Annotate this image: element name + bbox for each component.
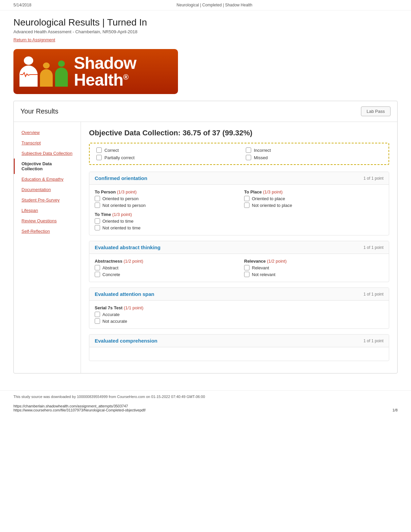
label-accurate: Accurate: [102, 312, 120, 317]
correct-checkbox: [96, 147, 102, 153]
shadow-health-logo: Shadow Health®: [13, 49, 178, 94]
brand-text: Shadow Health®: [74, 55, 170, 88]
section-comprehension: Evaluated comprehension 1 of 1 point: [89, 334, 389, 361]
section-title-comprehension: Evaluated comprehension: [95, 338, 157, 344]
cb-not-accurate: [95, 318, 100, 324]
section-score-orientation: 1 of 1 point: [364, 176, 383, 181]
section-header-attention: Evaluated attention span 1 of 1 point: [89, 288, 389, 301]
results-body: Overview Transcript Subjective Data Coll…: [14, 122, 397, 373]
sidebar-item-overview[interactable]: Overview: [14, 127, 81, 138]
results-card-title: Your Results: [20, 107, 58, 115]
section-body-orientation: To Person (1/3 point) Oriented to person…: [89, 185, 389, 235]
option-not-relevant: Not relevant: [244, 272, 383, 277]
legend-incorrect: Incorrect: [246, 147, 382, 153]
missed-label: Missed: [254, 155, 268, 160]
footer-bar: This study source was downloaded by 1000…: [0, 390, 411, 403]
cb-concrete: [95, 272, 100, 277]
option-oriented-person: Oriented to person: [95, 196, 234, 201]
section-attention-span: Evaluated attention span 1 of 1 point Se…: [89, 287, 389, 329]
label-oriented-place: Oriented to place: [252, 196, 285, 201]
sidebar-item-documentation[interactable]: Documentation: [14, 184, 81, 195]
sidebar-item-lifespan[interactable]: Lifespan: [14, 205, 81, 216]
footer-url2: https://www.coursehero.com/file/31107973…: [13, 408, 146, 412]
footer-url1: https://chamberlain.shadowhealth.com/ass…: [13, 404, 398, 408]
page-title-topbar: Neurological | Completed | Shadow Health: [177, 3, 253, 7]
sidebar-item-self-reflection[interactable]: Self-Reflection: [14, 226, 81, 236]
group-title-relevance: Relevance (1/2 point): [244, 259, 383, 264]
option-not-oriented-place: Not oriented to place: [244, 203, 383, 208]
cb-relevant: [244, 265, 249, 270]
option-not-oriented-time: Not oriented to time: [95, 225, 383, 230]
content-area: Objective Data Collection: 36.75 of 37 (…: [81, 122, 397, 373]
section-score-comprehension: 1 of 1 point: [364, 339, 383, 343]
lab-pass-button[interactable]: Lab Pass: [361, 106, 391, 116]
section-title-orientation: Confirmed orientation: [95, 175, 147, 181]
results-card: Your Results Lab Pass Overview Transcrip…: [13, 101, 398, 373]
sidebar-item-objective[interactable]: Objective Data Collection: [14, 159, 81, 174]
section-score-abstract: 1 of 1 point: [364, 245, 383, 250]
section-main-title: Objective Data Collection: 36.75 of 37 (…: [89, 129, 389, 137]
label-oriented-time: Oriented to time: [102, 219, 134, 224]
footer-links: https://chamberlain.shadowhealth.com/ass…: [0, 403, 411, 413]
group-title-to-time: To Time (1/3 point): [95, 212, 383, 217]
option-not-oriented-person: Not oriented to person: [95, 203, 234, 208]
section-title-abstract: Evaluated abstract thinking: [95, 245, 161, 250]
option-accurate: Accurate: [95, 312, 383, 317]
point-label-place: (1/3 point): [263, 189, 283, 194]
footer-bottom-row: https://www.coursehero.com/file/31107973…: [13, 408, 398, 412]
brand-name: Shadow Health®: [74, 55, 170, 88]
legend-missed: Missed: [246, 155, 382, 160]
sidebar-item-review[interactable]: Review Questions: [14, 216, 81, 226]
legend-box: Correct Incorrect Partially correct Miss…: [89, 143, 389, 165]
label-not-accurate: Not accurate: [102, 319, 127, 324]
option-concrete: Concrete: [95, 272, 234, 277]
option-relevant: Relevant: [244, 265, 383, 270]
group-relevance: Relevance (1/2 point) Relevant Not relev…: [244, 259, 383, 277]
cb-oriented-time: [95, 218, 100, 224]
sidebar-item-pre-survey[interactable]: Student Pre-Survey: [14, 195, 81, 205]
sidebar-item-transcript[interactable]: Transcript: [14, 138, 81, 148]
logo-figures: [19, 56, 68, 87]
section-header-comprehension: Evaluated comprehension 1 of 1 point: [89, 335, 389, 347]
label-relevant: Relevant: [252, 265, 269, 270]
group-to-person: To Person (1/3 point) Oriented to person…: [95, 189, 234, 208]
sidebar-item-subjective[interactable]: Subjective Data Collection: [14, 148, 81, 159]
results-card-header: Your Results Lab Pass: [14, 101, 397, 122]
sidebar-item-education[interactable]: Education & Empathy: [14, 174, 81, 184]
page-title: Neurological Results | Turned In: [13, 17, 398, 28]
section-body-abstract: Abstractness (1/2 point) Abstract Concre…: [89, 254, 389, 282]
logo-area: Shadow Health®: [0, 46, 411, 101]
group-to-time: To Time (1/3 point) Oriented to time Not…: [95, 212, 383, 230]
section-abstract-thinking: Evaluated abstract thinking 1 of 1 point…: [89, 241, 389, 282]
cb-oriented-place: [244, 196, 249, 201]
correct-label: Correct: [104, 148, 119, 153]
section-confirmed-orientation: Confirmed orientation 1 of 1 point To Pe…: [89, 172, 389, 235]
label-abstract: Abstract: [102, 265, 119, 270]
point-label-serial7: (1/1 point): [124, 305, 143, 310]
section-body-attention: Serial 7s Test (1/1 point) Accurate Not …: [89, 301, 389, 328]
date-label: 5/14/2018: [13, 3, 31, 7]
cb-not-oriented-place: [244, 203, 249, 208]
group-title-to-place: To Place (1/3 point): [244, 189, 383, 194]
legend-correct: Correct: [96, 147, 232, 153]
page-subtitle: Advanced Health Assessment - Chamberlain…: [13, 29, 398, 34]
missed-checkbox: [246, 155, 251, 160]
legend-partial: Partially correct: [96, 155, 232, 160]
label-not-oriented-time: Not oriented to time: [102, 225, 140, 230]
cb-oriented-person: [95, 196, 100, 201]
label-not-oriented-place: Not oriented to place: [252, 203, 292, 208]
option-oriented-place: Oriented to place: [244, 196, 383, 201]
group-serial7: Serial 7s Test (1/1 point) Accurate Not …: [95, 305, 383, 324]
group-title-serial7: Serial 7s Test (1/1 point): [95, 305, 383, 310]
footer-page-info: 1/8: [393, 408, 398, 412]
return-to-assignment-link[interactable]: Return to Assignment: [13, 37, 55, 42]
section-score-attention: 1 of 1 point: [364, 292, 383, 297]
point-label-abstractness: (1/2 point): [124, 259, 143, 264]
section-header-orientation: Confirmed orientation 1 of 1 point: [89, 172, 389, 185]
section-body-comprehension: [89, 347, 389, 361]
group-title-abstractness: Abstractness (1/2 point): [95, 259, 234, 264]
option-oriented-time: Oriented to time: [95, 218, 383, 224]
partial-label: Partially correct: [104, 155, 135, 160]
footer-study-note: This study source was downloaded by 1000…: [13, 395, 205, 399]
option-abstract: Abstract: [95, 265, 234, 270]
